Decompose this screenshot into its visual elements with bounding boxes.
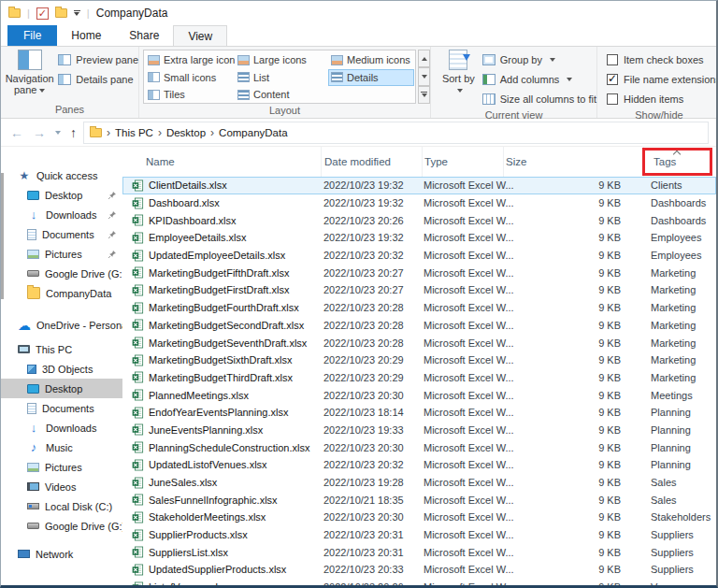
sidebar-item[interactable]: OneDrive - Personal xyxy=(1,315,122,335)
file-row[interactable]: Dashboard.xlsx 2022/10/23 19:32 Microsof… xyxy=(122,194,716,212)
file-name-cell: JuneSales.xlsx xyxy=(122,477,321,489)
file-row[interactable]: PlannedMeetings.xlsx 2022/10/23 20:30 Mi… xyxy=(122,386,716,404)
sidebar-item[interactable]: Desktop xyxy=(1,185,122,205)
navigation-pane-button[interactable]: Navigation pane xyxy=(5,50,54,103)
quick-access-check-icon[interactable] xyxy=(36,7,49,20)
gallery-scroll-down-button[interactable] xyxy=(418,67,430,85)
file-row[interactable]: MarketingBudgetFourthDraft.xlsx 2022/10/… xyxy=(122,299,716,317)
file-row[interactable]: MarketingBudgetSixthDraft.xlsx 2022/10/2… xyxy=(122,351,716,369)
back-icon[interactable]: ← xyxy=(10,126,23,139)
sidebar-item[interactable]: Local Disk (C:) xyxy=(1,496,122,516)
sidebar-item[interactable]: Music xyxy=(1,437,122,457)
checkbox[interactable] xyxy=(607,74,618,85)
file-row[interactable]: SalesFunnelInfographic.xlsx 2022/10/21 1… xyxy=(122,491,716,509)
breadcrumb-item[interactable]: This PC xyxy=(102,126,153,139)
layout-option[interactable]: Small icons xyxy=(145,69,235,87)
sidebar-item[interactable]: Quick access xyxy=(1,165,122,185)
column-header[interactable]: Tags xyxy=(643,147,716,177)
size-cell: 9 KB xyxy=(503,284,643,295)
checkbox[interactable] xyxy=(607,54,618,65)
sidebar-item[interactable]: Documents xyxy=(1,224,122,244)
file-row[interactable]: MarketingBudgetSeventhDraft.xlsx 2022/10… xyxy=(122,334,716,351)
file-row[interactable]: StakeholderMeetings.xlsx 2022/10/23 20:3… xyxy=(122,509,716,526)
current-view-button[interactable]: Size all columns to fit xyxy=(482,89,596,108)
ribbon-tab[interactable]: File xyxy=(7,25,57,46)
recent-locations-chevron-icon[interactable] xyxy=(55,131,61,135)
sidebar-item[interactable]: Downloads xyxy=(1,418,122,437)
quick-access-toolbar-dropdown-icon[interactable] xyxy=(74,10,80,16)
file-row[interactable]: UpdatedSupplierProducts.xlsx 2022/10/23 … xyxy=(122,561,716,579)
pane-toggle-button[interactable]: Details pane xyxy=(58,69,138,89)
file-row[interactable]: EndofYearEventsPlanning.xlsx 2022/10/23 … xyxy=(122,404,716,422)
sidebar-item-icon xyxy=(27,287,40,299)
file-row[interactable]: UpdatedEmployeeDetails.xlsx 2022/10/23 2… xyxy=(122,247,716,265)
column-header[interactable]: Date modified xyxy=(321,147,422,177)
file-row[interactable]: JuneSales.xlsx 2022/10/23 19:28 Microsof… xyxy=(122,474,716,492)
type-cell: Microsoft Excel W... xyxy=(422,372,503,383)
sidebar-item[interactable]: Google Drive (G:) xyxy=(1,516,122,536)
layout-option[interactable]: Large icons xyxy=(235,51,328,69)
file-row[interactable]: ClientDetails.xlsx 2022/10/23 19:32 Micr… xyxy=(122,177,716,194)
file-row[interactable]: PlanningScheduleConstruction.xlsx 2022/1… xyxy=(122,438,716,456)
sidebar-item[interactable]: Documents xyxy=(1,398,122,418)
tab-label: View xyxy=(188,30,212,43)
layout-option[interactable]: Medium icons xyxy=(328,51,414,69)
column-header[interactable]: Name xyxy=(122,147,321,177)
file-row[interactable]: UpdatedListofVenues.xlsx 2022/10/23 20:3… xyxy=(122,456,716,474)
sidebar-item[interactable]: Pictures xyxy=(1,457,122,477)
ribbon-tab[interactable]: View xyxy=(173,25,227,46)
sort-by-button[interactable]: Sort by xyxy=(438,50,479,108)
ribbon-tab[interactable]: Home xyxy=(57,25,115,46)
size-cell: 9 KB xyxy=(503,354,643,366)
forward-icon[interactable]: → xyxy=(33,126,46,139)
ribbon-tab[interactable]: Share xyxy=(115,25,173,46)
checkbox[interactable] xyxy=(607,93,618,105)
layout-option[interactable]: Content xyxy=(235,86,328,104)
layout-option[interactable]: List xyxy=(235,69,328,87)
file-name-cell: ListofVenues.xlsx xyxy=(122,581,321,585)
quick-access-folder-icon[interactable] xyxy=(55,8,67,18)
current-view-button[interactable]: Add columns xyxy=(482,69,596,89)
gallery-scroll-up-button[interactable] xyxy=(418,50,430,67)
breadcrumb-item[interactable]: CompanyData xyxy=(206,126,288,139)
file-row[interactable]: MarketingBudgetThirdDraft.xlsx 2022/10/2… xyxy=(122,369,716,387)
file-row[interactable]: SupplierProducts.xlsx 2022/10/23 20:31 M… xyxy=(122,526,716,544)
show-hide-option[interactable]: Hidden items xyxy=(607,90,718,108)
file-row[interactable]: MarketingBudgetFifthDraft.xlsx 2022/10/2… xyxy=(122,264,716,281)
sidebar-item[interactable]: Google Drive (G: xyxy=(1,264,122,283)
file-row[interactable]: MarketingBudgetSecondDraft.xlsx 2022/10/… xyxy=(122,317,716,335)
current-view-button[interactable]: Group by xyxy=(482,50,596,69)
sidebar-scrollbar-thumb[interactable] xyxy=(1,173,4,299)
file-row[interactable]: MarketingBudgetFirstDraft.xlsx 2022/10/2… xyxy=(122,281,716,299)
sidebar-item[interactable]: This PC xyxy=(1,339,122,359)
column-header[interactable]: Size xyxy=(503,147,643,177)
layout-option[interactable]: Details xyxy=(328,69,414,87)
gallery-more-button[interactable] xyxy=(418,86,430,104)
sidebar-item[interactable]: Desktop xyxy=(1,379,122,398)
file-row[interactable]: JuneEventsPlanning.xlsx 2022/10/23 19:33… xyxy=(122,422,716,439)
sidebar-item[interactable]: Network xyxy=(1,544,122,564)
column-header[interactable]: Type xyxy=(422,147,503,177)
tab-label: File xyxy=(23,29,41,42)
up-icon[interactable]: ↑ xyxy=(70,126,77,139)
file-row[interactable]: SuppliersList.xlsx 2022/10/23 20:31 Micr… xyxy=(122,543,716,561)
address-box[interactable]: This PC Desktop CompanyData xyxy=(83,122,709,144)
file-row[interactable]: EmployeeDetails.xlsx 2022/10/23 19:32 Mi… xyxy=(122,229,716,247)
file-row[interactable]: KPIDashboard.xlsx 2022/10/23 20:26 Micro… xyxy=(122,211,716,229)
breadcrumb-item[interactable]: Desktop xyxy=(153,126,206,139)
layout-option[interactable]: Extra large icons xyxy=(145,51,235,69)
sidebar-item[interactable]: 3D Objects xyxy=(1,359,122,379)
file-row[interactable]: ListofVenues.xlsx 2022/10/23 20:26 Micro… xyxy=(122,579,716,585)
pane-toggle-button[interactable]: Preview pane xyxy=(58,50,138,69)
show-hide-option[interactable]: File name extensions xyxy=(607,70,718,89)
tags-cell: Employees xyxy=(643,250,716,261)
titlebar-separator: | xyxy=(87,7,90,19)
size-cell: 9 KB xyxy=(503,459,643,470)
sidebar-item[interactable]: Downloads xyxy=(1,205,122,224)
excel-file-icon xyxy=(132,197,144,209)
layout-option[interactable]: Tiles xyxy=(145,86,235,104)
sidebar-item[interactable]: CompanyData xyxy=(1,283,122,303)
sidebar-item[interactable]: Videos xyxy=(1,477,122,496)
sidebar-item[interactable]: Pictures xyxy=(1,244,122,264)
show-hide-option[interactable]: Item check boxes xyxy=(607,50,718,69)
